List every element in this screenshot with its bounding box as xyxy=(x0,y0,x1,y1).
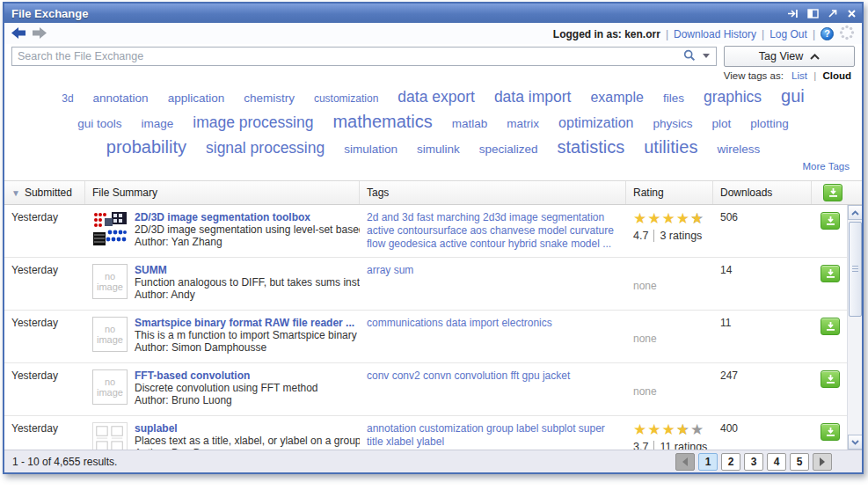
search-input[interactable] xyxy=(11,47,717,66)
tag-view-label: Tag View xyxy=(759,50,804,62)
download-icon[interactable] xyxy=(821,370,840,388)
page-button-1[interactable]: 1 xyxy=(698,453,718,471)
tag-link[interactable]: image processing xyxy=(193,113,313,132)
tag-link[interactable]: gui xyxy=(781,86,805,106)
tag-link[interactable]: data import xyxy=(494,88,572,106)
tag-cloud-line-3: probability signal processing simulation… xyxy=(13,137,853,157)
more-tags-link[interactable]: More Tags xyxy=(803,161,850,172)
tag-link[interactable]: customization xyxy=(314,92,378,105)
tag-link[interactable]: signal processing xyxy=(206,139,325,157)
tag-link[interactable]: optimization xyxy=(558,115,633,131)
file-title-link[interactable]: Smartspice binary format RAW file reader… xyxy=(135,317,354,329)
pagination: 1 2 3 4 5 xyxy=(675,453,832,471)
file-author: Author: Simon Damphousse xyxy=(135,341,266,354)
vertical-scrollbar[interactable] xyxy=(847,205,862,450)
row-tags-link[interactable]: communications data import electronics xyxy=(367,317,621,330)
view-tags-as: View tags as: List | Cloud xyxy=(13,70,853,81)
tags-list-link[interactable]: List xyxy=(791,70,807,81)
tag-link[interactable]: annotation xyxy=(93,91,149,105)
tag-link[interactable]: data export xyxy=(398,88,475,106)
next-page-icon[interactable] xyxy=(813,453,832,471)
page-button-2[interactable]: 2 xyxy=(721,453,740,471)
close-icon[interactable] xyxy=(847,9,857,18)
tag-cloud-line-1: 3d annotation application chemistry cust… xyxy=(13,86,853,106)
tag-cloud-panel: View tags as: List | Cloud 3d annotation… xyxy=(4,69,862,180)
file-thumbnail xyxy=(92,211,128,246)
download-icon[interactable] xyxy=(821,212,840,230)
tag-link[interactable]: wireless xyxy=(717,143,760,156)
table-row: Yesterday no image SUMM Function analogo… xyxy=(4,258,847,311)
title-bar: File Exchange xyxy=(4,4,862,23)
tag-link[interactable]: 3d xyxy=(62,92,73,105)
search-options-caret-icon[interactable] xyxy=(703,54,710,58)
header-tags[interactable]: Tags xyxy=(360,181,626,204)
restore-icon[interactable] xyxy=(807,9,819,18)
table-row: Yesterday 2D/3D image segmentation toolb… xyxy=(4,205,847,258)
tag-link[interactable]: chemistry xyxy=(244,91,295,105)
download-icon[interactable] xyxy=(821,318,840,335)
header-submitted[interactable]: ▼ Submitted xyxy=(4,181,85,204)
tags-cloud-selected[interactable]: Cloud xyxy=(822,70,851,81)
search-row: Tag View xyxy=(4,44,862,69)
tag-cloud-line-2: gui tools image image processing mathema… xyxy=(13,112,853,132)
download-icon[interactable] xyxy=(823,184,842,201)
page-button-3[interactable]: 3 xyxy=(744,453,763,471)
header-download-all xyxy=(812,181,847,204)
tag-link[interactable]: simulation xyxy=(344,143,398,156)
download-icon[interactable] xyxy=(821,265,840,282)
header-rating[interactable]: Rating xyxy=(626,181,713,204)
tag-link[interactable]: physics xyxy=(653,117,692,130)
status-bar: 1 - 10 of 4,655 results. 1 2 3 4 5 xyxy=(4,450,862,472)
rating-none: none xyxy=(633,385,708,398)
file-title-link[interactable]: 2D/3D image segmentation toolbox xyxy=(135,211,354,223)
page-button-4[interactable]: 4 xyxy=(767,453,786,471)
help-icon[interactable]: ? xyxy=(821,27,834,40)
scroll-down-icon[interactable] xyxy=(848,435,862,450)
download-count: 506 xyxy=(713,205,812,257)
undock-icon[interactable] xyxy=(828,9,838,18)
scrollbar-thumb[interactable] xyxy=(849,222,862,317)
tag-link[interactable]: simulink xyxy=(417,143,460,156)
file-title-link[interactable]: FFT-based convolution xyxy=(135,369,354,382)
download-count: 247 xyxy=(713,363,812,415)
tag-link[interactable]: application xyxy=(168,91,225,105)
file-description: 2D/3D image segmentation using level-set… xyxy=(135,223,360,236)
no-image-thumbnail: no image xyxy=(92,369,128,405)
table-row: Yesterday suplabel Places text as a titl… xyxy=(4,416,847,450)
tag-link[interactable]: files xyxy=(663,91,684,105)
tag-link[interactable]: specialized xyxy=(479,143,538,156)
row-tags-link[interactable]: conv conv2 convn convolution fft gpu jac… xyxy=(367,369,621,383)
tag-link[interactable]: matlab xyxy=(452,117,488,130)
tag-link[interactable]: plot xyxy=(711,117,731,130)
header-downloads[interactable]: Downloads xyxy=(713,181,812,204)
tag-link[interactable]: graphics xyxy=(704,88,762,106)
log-out-link[interactable]: Log Out xyxy=(770,28,807,40)
download-history-link[interactable]: Download History xyxy=(674,28,756,40)
tag-link[interactable]: statistics xyxy=(558,137,625,157)
search-icon[interactable] xyxy=(683,49,696,65)
scroll-up-icon[interactable] xyxy=(848,205,862,220)
row-tags-link[interactable]: array sum xyxy=(367,264,621,277)
header-file-summary[interactable]: File Summary xyxy=(85,181,360,204)
forward-icon[interactable] xyxy=(32,26,47,42)
page-button-5[interactable]: 5 xyxy=(790,453,809,471)
tag-link[interactable]: matrix xyxy=(507,117,539,130)
download-icon[interactable] xyxy=(821,423,840,441)
file-description: Function analogous to DIFF, but takes su… xyxy=(135,276,360,289)
file-title-link[interactable]: SUMM xyxy=(135,264,354,276)
rating-none: none xyxy=(633,333,708,345)
tag-link[interactable]: gui tools xyxy=(77,117,121,130)
dock-icon[interactable] xyxy=(787,9,799,18)
back-icon[interactable] xyxy=(11,26,26,42)
tag-link[interactable]: image xyxy=(141,117,173,130)
file-title-link[interactable]: suplabel xyxy=(135,422,354,435)
tag-link[interactable]: mathematics xyxy=(332,112,432,132)
tag-link[interactable]: probability xyxy=(106,137,186,157)
row-tags-link[interactable]: annotation customization group label sub… xyxy=(367,422,621,449)
tag-link[interactable]: example xyxy=(590,90,643,106)
tag-view-button[interactable]: Tag View xyxy=(724,46,855,67)
row-tags-link[interactable]: 2d and 3d fast marching 2d3d image segme… xyxy=(367,211,621,251)
results-count: 1 - 10 of 4,655 results. xyxy=(12,456,675,468)
tag-link[interactable]: plotting xyxy=(750,117,789,130)
tag-link[interactable]: utilities xyxy=(644,137,697,157)
